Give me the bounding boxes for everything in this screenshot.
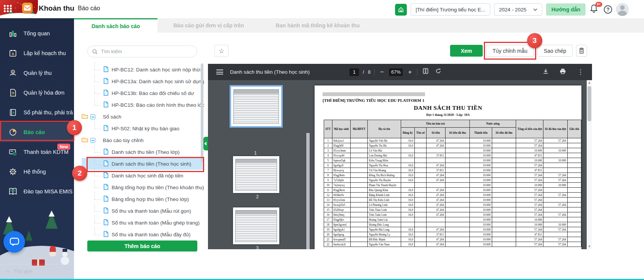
pdf-thumbnail-2[interactable] xyxy=(233,156,279,193)
zoom-in-button[interactable]: + xyxy=(406,68,413,76)
printer-icon xyxy=(560,68,566,74)
view-button[interactable]: Xem xyxy=(450,45,483,57)
tree-item[interactable]: Danh sách học sinh đã nộp tiền xyxy=(82,170,204,182)
chat-button[interactable] xyxy=(3,231,25,253)
table-cell xyxy=(351,212,368,217)
table-cell xyxy=(445,217,470,222)
app-logo[interactable] xyxy=(22,3,33,13)
home-button[interactable] xyxy=(395,4,407,16)
pdf-thumbnail-3[interactable] xyxy=(233,207,279,244)
more-options-button[interactable]: ⋮ xyxy=(576,68,585,76)
pdf-menu-icon[interactable] xyxy=(216,70,223,74)
table-cell: 19 xyxy=(324,227,332,232)
table-cell xyxy=(426,222,445,227)
sidebar-item-tong-quan[interactable]: Tổng quan xyxy=(0,24,74,43)
tree-item[interactable]: Danh sách thu tiền (Theo lớp) xyxy=(82,146,204,158)
hand-coin-icon: $ xyxy=(8,68,17,78)
search-input[interactable] xyxy=(101,49,184,54)
tab-0[interactable]: Danh sách báo cáo xyxy=(74,18,157,33)
tree-item[interactable]: Bảng tổng hợp thu tiền (Theo lớp) xyxy=(82,193,204,205)
favorite-star-button[interactable]: ☆ xyxy=(214,45,228,57)
table-cell xyxy=(445,232,470,237)
school-year-selector[interactable]: 2024 - 2025 xyxy=(494,3,542,16)
help-button[interactable]: ? xyxy=(604,5,612,14)
guide-button[interactable]: Hướng dẫn xyxy=(546,3,586,16)
panel-collapse-handle[interactable] xyxy=(203,137,208,150)
table-row: 381ryx3mmLê Văn Hải10.00010.00010.000 xyxy=(324,148,581,153)
tree-item[interactable]: Sổ thu và thanh toán (Mẫu đầy đủ) xyxy=(82,229,204,240)
table-cell xyxy=(543,207,567,212)
tree-item[interactable]: Sổ thu và thanh toán (Mẫu rút gọn) xyxy=(82,205,204,217)
collapse-minus-icon[interactable] xyxy=(90,114,95,119)
tree-item[interactable]: HP-BC12: Danh sách học sinh nộp thừa t..… xyxy=(82,64,204,76)
avatar-icon xyxy=(620,5,625,10)
pdf-vertical-scrollbar[interactable]: ▲ ▼ xyxy=(587,80,592,249)
customize-template-button[interactable]: Tùy chỉnh mẫu xyxy=(486,45,534,57)
tree-item[interactable]: Bảng tổng hợp thu tiền (Theo khoản thu) xyxy=(82,182,204,193)
pdf-document-title: Danh sách thu tiền (Theo học sinh) xyxy=(230,69,310,75)
table-cell: 47.264 xyxy=(426,198,445,202)
table-cell: 10.000 xyxy=(516,222,543,227)
tree-item[interactable]: HP-BC13b: Báo cáo đối chiếu số dư xyxy=(82,87,204,99)
sidebar-item-so-phai-thu-phai-tra[interactable]: $ Sổ phải thu, phải trả xyxy=(0,103,74,122)
zoom-out-button[interactable]: − xyxy=(378,68,385,76)
scroll-up-arrow[interactable]: ▲ xyxy=(587,80,592,85)
table-cell xyxy=(567,173,581,178)
tree-folder[interactable]: Sổ sách xyxy=(82,111,204,123)
tree-folder[interactable]: Báo cáo tùy chỉnh xyxy=(82,134,204,146)
zoom-level[interactable]: 67% xyxy=(389,68,403,76)
tab-1[interactable]: Báo cáo gửi đơn vị cấp trên xyxy=(157,18,260,33)
table-cell xyxy=(445,183,470,188)
sidebar-item-quan-ly-thu[interactable]: $ Quản lý thu xyxy=(0,63,74,83)
sidebar-item-bao-cao[interactable]: Báo cáo xyxy=(0,122,74,142)
search-box[interactable] xyxy=(87,46,197,57)
tree-item[interactable]: HP-S02: Nhật ký thu bàn giao xyxy=(82,123,204,134)
table-cell xyxy=(401,222,415,227)
sidebar-item-lap-ke-hoach-thu[interactable]: $ Lập kế hoạch thu xyxy=(0,43,74,63)
tree-item[interactable]: HP-BC13a: Danh sách học sinh sử dụng s..… xyxy=(82,76,204,87)
table-cell xyxy=(445,202,470,207)
table-cell: 47.811 xyxy=(516,153,543,158)
table-cell xyxy=(492,148,516,153)
fit-page-icon xyxy=(423,68,428,74)
sidebar-collapse-button[interactable]: « Thu gọn xyxy=(0,264,74,278)
tree-item[interactable]: HP-BC15: Báo cáo tình hình thu theo lớp xyxy=(82,99,204,111)
svg-text:$: $ xyxy=(12,52,14,56)
add-report-button[interactable]: Thêm báo cáo xyxy=(87,240,197,252)
sidebar-item-he-thong[interactable]: Hệ thống xyxy=(0,162,74,182)
table-cell xyxy=(567,168,581,173)
pdf-page-total: 8 xyxy=(368,70,370,75)
tab-2[interactable]: Ban hành mã thống kê khoản thu xyxy=(260,18,376,33)
table-cell xyxy=(445,178,470,183)
pdf-thumbnail-1[interactable] xyxy=(231,87,281,126)
fit-page-button[interactable] xyxy=(421,68,430,76)
scroll-down-arrow[interactable]: ▼ xyxy=(587,244,592,249)
table-cell xyxy=(567,158,581,163)
rotate-button[interactable] xyxy=(434,68,443,76)
sidebar-item-thanh-toan-kdtm[interactable]: Thanh toán KDTMNew xyxy=(0,142,74,162)
collapse-minus-icon[interactable] xyxy=(90,138,95,143)
print-button[interactable] xyxy=(558,68,567,76)
delete-button[interactable] xyxy=(576,45,587,57)
pdf-page-input[interactable]: 1 xyxy=(350,68,359,76)
table-cell: 10.000 xyxy=(470,183,492,188)
report-label: Bảng tổng hợp thu tiền (Theo khoản thu) xyxy=(112,185,204,190)
table-cell: 16,0 xyxy=(401,188,415,193)
sidebar-item-quan-ly-hoa-don[interactable]: Quản lý hóa đơn xyxy=(0,83,74,103)
table-cell: Nguyễn Thị Huyền xyxy=(368,178,401,183)
file-icon xyxy=(103,196,109,203)
download-button[interactable] xyxy=(542,68,550,76)
app-grid-icon[interactable] xyxy=(4,5,12,12)
pdf-toolbar: Danh sách thu tiền (Theo học sinh) 1 / 8… xyxy=(208,64,592,80)
notifications-button[interactable]: 9+ xyxy=(589,4,600,15)
nav-bao-cao[interactable]: Báo cáo xyxy=(78,5,100,12)
school-selector[interactable]: [Thí điểm] Trường tiểu học E... xyxy=(411,3,490,16)
tree-item-selected[interactable]: Danh sách thu tiền (Theo học sinh) xyxy=(82,158,204,170)
tree-item[interactable]: Sổ thu và thanh toán (Mẫu ghép trang) xyxy=(82,217,204,229)
table-cell: 6 xyxy=(324,163,332,168)
table-cell: 37.811 xyxy=(426,153,445,158)
report-list-scrollbar[interactable] xyxy=(201,63,203,162)
copy-button[interactable]: Sao chép xyxy=(537,45,573,57)
thumbnails-scrollbar[interactable] xyxy=(306,133,310,249)
user-avatar[interactable] xyxy=(616,3,629,16)
